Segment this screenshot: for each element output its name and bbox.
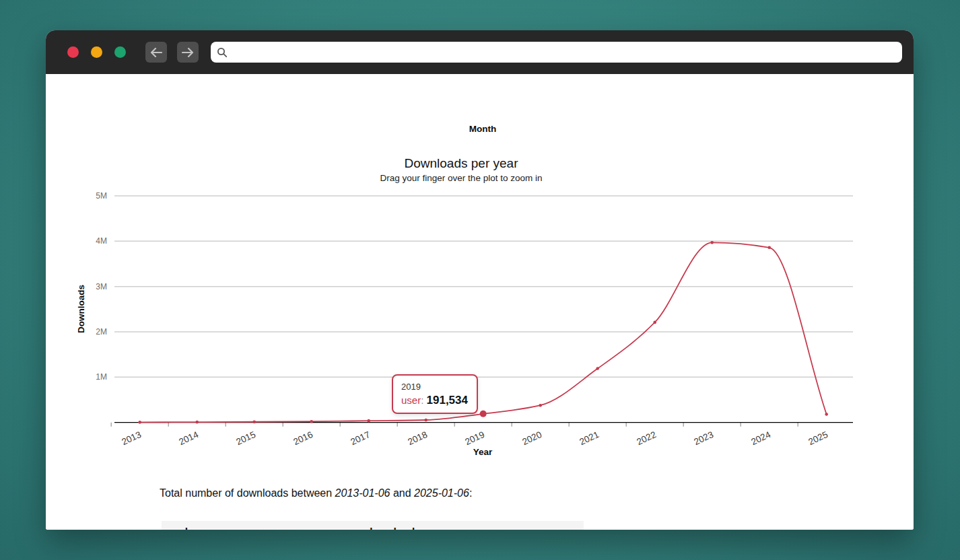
tooltip-value-line: user: 191,534 [401, 394, 468, 407]
table-header-row: package downloads [162, 521, 584, 530]
summary-text: Total number of downloads between 2013-0… [160, 487, 472, 499]
summary-prefix: Total number of downloads between [160, 487, 335, 499]
y-axis-tick-labels: 1M2M3M4M5M [96, 191, 107, 382]
svg-text:3M: 3M [96, 282, 107, 291]
address-input[interactable] [232, 46, 896, 59]
data-point[interactable] [310, 420, 313, 423]
svg-text:2013: 2013 [120, 429, 143, 447]
svg-text:5M: 5M [96, 191, 107, 201]
search-icon [217, 47, 228, 58]
back-button[interactable] [145, 42, 167, 63]
svg-text:2023: 2023 [692, 429, 715, 447]
data-point[interactable] [539, 404, 542, 407]
chart-subtitle: Drag your finger over the plot to zoom i… [380, 173, 543, 183]
svg-text:2M: 2M [96, 327, 107, 337]
data-point[interactable] [653, 321, 656, 324]
forward-button[interactable] [177, 42, 199, 63]
svg-text:2020: 2020 [520, 429, 543, 447]
month-label: Month [469, 124, 496, 134]
downloads-series-line [140, 242, 827, 422]
svg-text:2022: 2022 [635, 429, 658, 447]
tooltip-separator: : [421, 394, 426, 406]
svg-text:2019: 2019 [463, 429, 486, 447]
data-point[interactable] [767, 246, 771, 249]
svg-text:2016: 2016 [292, 429, 314, 447]
minimize-window-button[interactable] [91, 46, 102, 58]
svg-text:2015: 2015 [234, 429, 257, 447]
svg-text:2025: 2025 [807, 429, 829, 447]
window-controls [67, 46, 126, 58]
svg-text:1M: 1M [96, 372, 107, 382]
tooltip-package: user [401, 394, 421, 406]
x-axis-ticks [111, 423, 798, 427]
svg-text:2024: 2024 [749, 429, 772, 447]
data-points [138, 241, 828, 424]
browser-window: Month Downloads per year Drag your finge… [46, 30, 914, 530]
table-header-package: package [162, 521, 361, 530]
downloads-line-chart[interactable]: 1M2M3M4M5M201320142015201620172018201920… [67, 185, 868, 464]
data-point[interactable] [195, 421, 199, 424]
data-point[interactable] [252, 420, 256, 423]
arrow-left-icon [150, 48, 162, 57]
summary-end-date: 2025-01-06 [414, 487, 469, 499]
table-header-downloads: downloads [361, 521, 584, 530]
summary-suffix: : [469, 487, 472, 499]
titlebar [46, 30, 914, 74]
close-window-button[interactable] [67, 46, 79, 58]
svg-text:2018: 2018 [406, 429, 429, 447]
data-point[interactable] [596, 367, 599, 370]
arrow-right-icon [182, 48, 194, 57]
svg-text:2017: 2017 [349, 429, 372, 447]
grid-lines [114, 196, 853, 377]
chart-tooltip: 2019 user: 191,534 [392, 374, 478, 414]
downloads-table: package downloads user 11,985,029 [162, 521, 584, 530]
x-axis-title: Year [473, 447, 493, 457]
tooltip-value: 191,534 [427, 394, 468, 407]
address-bar[interactable] [211, 42, 902, 63]
data-point[interactable] [138, 421, 141, 424]
chart-title: Downloads per year [405, 156, 518, 171]
maximize-window-button[interactable] [114, 46, 126, 58]
summary-start-date: 2013-01-06 [335, 487, 390, 499]
highlighted-point[interactable] [480, 411, 487, 417]
data-point[interactable] [367, 419, 370, 423]
x-axis-tick-labels: 2013201420152016201720182019202020212022… [120, 429, 829, 447]
data-point[interactable] [710, 241, 714, 244]
summary-conjunction: and [390, 487, 414, 499]
data-point[interactable] [424, 419, 427, 422]
page-content: Month Downloads per year Drag your finge… [46, 74, 914, 530]
svg-text:2014: 2014 [177, 429, 200, 447]
svg-text:2021: 2021 [578, 429, 601, 447]
data-point[interactable] [825, 413, 828, 416]
tooltip-year: 2019 [401, 382, 468, 392]
svg-text:4M: 4M [96, 236, 107, 246]
